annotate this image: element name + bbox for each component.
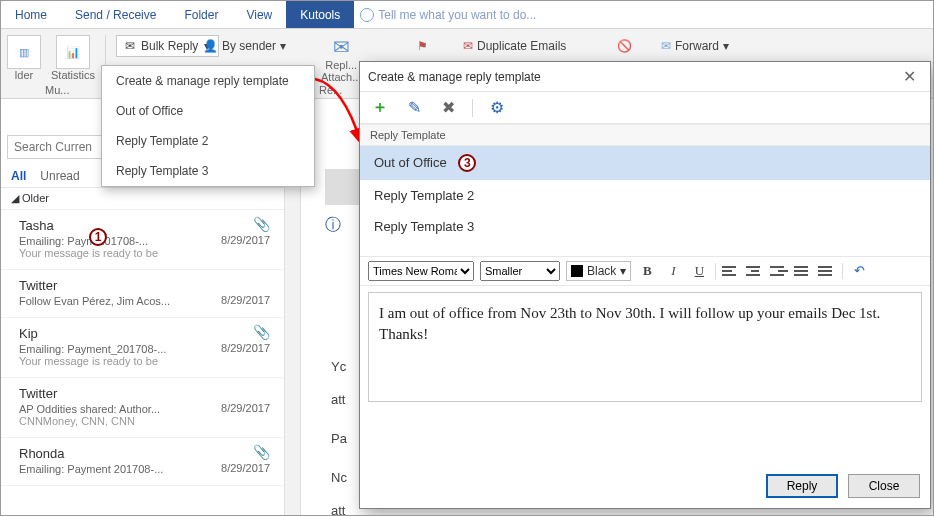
template-row-2[interactable]: Reply Template 2 [360, 180, 930, 211]
align-left-button[interactable] [722, 262, 740, 280]
format-bar: Times New Roman Smaller Black ▾ B I U ↶ [360, 256, 930, 286]
list-item[interactable]: Twitter Follow Evan Pérez, Jim Acos... 8… [1, 270, 300, 318]
close-icon[interactable]: ✕ [897, 67, 922, 86]
undo-button[interactable]: ↶ [849, 262, 869, 280]
reply-template-dialog: Create & manage reply template ✕ ＋ ✎ ✖ ⚙… [359, 61, 931, 509]
group-left: ▥ lder [7, 35, 41, 81]
color-select[interactable]: Black ▾ [566, 261, 631, 281]
ider-icon[interactable]: ▥ [7, 35, 41, 69]
filter-all[interactable]: All [11, 169, 26, 183]
mu-group-label: Mu... [45, 84, 69, 96]
info-icon: ⓘ [325, 215, 341, 236]
msg-from: Tasha [19, 218, 288, 233]
dialog-toolbar: ＋ ✎ ✖ ⚙ [360, 92, 930, 124]
msg-from: Kip [19, 326, 288, 341]
menu-out-of-office[interactable]: Out of Office [102, 96, 314, 126]
paperclip-icon: 📎 [253, 444, 270, 460]
block-icon: 🚫 [617, 39, 632, 53]
font-select[interactable]: Times New Roman [368, 261, 474, 281]
list-item[interactable]: Twitter AP Oddities shared: Author... CN… [1, 378, 300, 438]
tell-me-placeholder: Tell me what you want to do... [378, 8, 536, 22]
settings-button[interactable]: ⚙ [487, 98, 507, 118]
reply-attach-icon[interactable]: ✉ [333, 35, 350, 59]
fmt-separator [715, 263, 716, 279]
flag-icon: ⚑ [417, 39, 428, 53]
paperclip-icon: 📎 [253, 216, 270, 232]
chevron-down-icon: ▾ [280, 39, 286, 53]
forward-button[interactable]: ✉ Forward ▾ [655, 37, 735, 55]
reply-button[interactable]: Reply [766, 474, 838, 498]
italic-button[interactable]: I [663, 262, 683, 280]
step-3-badge: 3 [458, 154, 476, 172]
forward-label: Forward [675, 39, 719, 53]
avatar [325, 169, 361, 205]
chevron-down-icon: ▾ [723, 39, 729, 53]
msg-date: 8/29/2017 [221, 294, 270, 306]
toolbar-separator [472, 99, 473, 117]
envelope-icon: ✉ [125, 39, 135, 53]
group-older[interactable]: ◢ Older [1, 188, 300, 210]
menu-reply-template-2[interactable]: Reply Template 2 [102, 126, 314, 156]
template-row-out-of-office[interactable]: Out of Office 3 [360, 146, 930, 180]
fmt-separator [842, 263, 843, 279]
bold-button[interactable]: B [637, 262, 657, 280]
msg-from: Rhonda [19, 446, 288, 461]
template-editor[interactable]: I am out of office from Nov 23th to Nov … [368, 292, 922, 402]
duplicate-icon: ✉ [463, 39, 473, 53]
color-swatch [571, 265, 583, 277]
menu-create-manage[interactable]: Create & manage reply template [102, 66, 314, 96]
template-list: Out of Office 3 Reply Template 2 Reply T… [360, 146, 930, 242]
msg-date: 8/29/2017 [221, 342, 270, 354]
align-right-button[interactable] [770, 262, 788, 280]
msg-date: 8/29/2017 [221, 462, 270, 474]
message-list: Tasha Emailing: Paym 201708-... Your mes… [1, 210, 300, 486]
add-template-button[interactable]: ＋ [370, 98, 390, 118]
align-center-button[interactable] [746, 262, 764, 280]
dialog-title: Create & manage reply template [368, 70, 541, 84]
tab-home[interactable]: Home [1, 1, 61, 28]
msg-from: Twitter [19, 278, 288, 293]
template-row-label: Out of Office [374, 155, 447, 170]
tab-kutools[interactable]: Kutools [286, 1, 354, 28]
tab-folder[interactable]: Folder [170, 1, 232, 28]
tab-send-receive[interactable]: Send / Receive [61, 1, 170, 28]
dialog-titlebar: Create & manage reply template ✕ [360, 62, 930, 92]
indent-decrease-button[interactable] [794, 262, 812, 280]
tab-view[interactable]: View [232, 1, 286, 28]
msg-preview: CNNMoney, CNN, CNN [19, 415, 288, 427]
delete-template-button[interactable]: ✖ [438, 98, 458, 118]
close-button[interactable]: Close [848, 474, 920, 498]
indent-increase-button[interactable] [818, 262, 836, 280]
group-statistics: 📊 Statistics [51, 35, 95, 81]
menu-reply-template-3[interactable]: Reply Template 3 [102, 156, 314, 186]
bulk-reply-dropdown: Create & manage reply template Out of Of… [101, 65, 315, 187]
block-button[interactable]: 🚫 [611, 37, 638, 55]
template-section-label: Reply Template [360, 124, 930, 146]
duplicate-emails-button[interactable]: ✉ Duplicate Emails [457, 37, 572, 55]
template-row-3[interactable]: Reply Template 3 [360, 211, 930, 242]
statistics-icon[interactable]: 📊 [56, 35, 90, 69]
color-label: Black [587, 264, 616, 278]
chevron-down-icon: ▾ [620, 264, 626, 278]
filter-unread[interactable]: Unread [40, 169, 79, 183]
person-icon: 👤 [203, 39, 218, 53]
size-select[interactable]: Smaller [480, 261, 560, 281]
underline-button[interactable]: U [689, 262, 709, 280]
msg-date: 8/29/2017 [221, 402, 270, 414]
list-item[interactable]: Rhonda Emailing: Payment 201708-... 8/29… [1, 438, 300, 486]
list-item[interactable]: Kip Emailing: Payment_201708-... Your me… [1, 318, 300, 378]
by-sender-label: By sender [222, 39, 276, 53]
flag-button[interactable]: ⚑ [411, 37, 434, 55]
msg-preview: Your message is ready to be [19, 247, 288, 259]
repl-label: Repl... [325, 59, 357, 71]
tell-me-search[interactable]: Tell me what you want to do... [360, 8, 536, 22]
msg-preview: Your message is ready to be [19, 355, 288, 367]
ribbon-tabs: Home Send / Receive Folder View Kutools … [1, 1, 933, 29]
msg-date: 8/29/2017 [221, 234, 270, 246]
bulb-icon [360, 8, 374, 22]
by-sender-button[interactable]: 👤 By sender ▾ [197, 37, 292, 55]
edit-template-button[interactable]: ✎ [404, 98, 424, 118]
list-item[interactable]: Tasha Emailing: Paym 201708-... Your mes… [1, 210, 300, 270]
forward-icon: ✉ [661, 39, 671, 53]
paperclip-icon: 📎 [253, 324, 270, 340]
